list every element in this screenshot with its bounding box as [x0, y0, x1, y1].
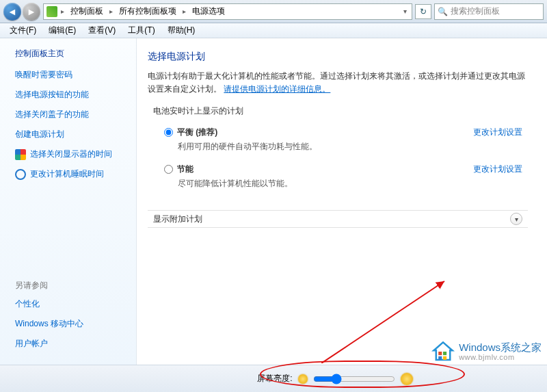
search-input[interactable]: 🔍 搜索控制面板 [434, 3, 544, 20]
see-also-mobility-center[interactable]: Windows 移动中心 [15, 318, 129, 330]
chevron-down-icon[interactable]: ▾ [510, 213, 522, 225]
address-bar: ◄ ► ▸ 控制面板 ▸ 所有控制面板项 ▸ 电源选项 ▾ ↻ 🔍 搜索控制面板 [0, 0, 547, 23]
breadcrumb[interactable]: ▸ 控制面板 ▸ 所有控制面板项 ▸ 电源选项 ▾ [43, 3, 412, 20]
sidebar-link-power-button[interactable]: 选择电源按钮的功能 [15, 89, 129, 101]
sidebar-link-create-plan[interactable]: 创建电源计划 [15, 129, 129, 140]
refresh-icon: ↻ [420, 7, 427, 16]
sidebar-link-wake-password[interactable]: 唤醒时需要密码 [15, 69, 129, 81]
page-description: 电源计划有助于最大化计算机的性能或者节能。通过选择计划来将其激活，或选择计划并通… [148, 70, 528, 96]
radio-balanced[interactable] [164, 128, 173, 137]
sidebar: 控制面板主页 唤醒时需要密码 选择电源按钮的功能 选择关闭盖子的功能 创建电源计… [0, 38, 137, 365]
chevron-down-icon[interactable]: ▾ [401, 8, 409, 15]
search-icon: 🔍 [438, 7, 448, 16]
crumb-all-items[interactable]: 所有控制面板项 [116, 4, 179, 18]
back-button[interactable]: ◄ [3, 3, 21, 21]
power-plan-balanced: 平衡 (推荐) 利用可用的硬件自动平衡功耗与性能。 更改计划设置 [148, 122, 528, 159]
expander-label: 显示附加计划 [153, 213, 202, 225]
change-plan-settings-balanced[interactable]: 更改计划设置 [473, 127, 522, 138]
main-area: 控制面板主页 唤醒时需要密码 选择电源按钮的功能 选择关闭盖子的功能 创建电源计… [0, 38, 547, 365]
menu-tools[interactable]: 工具(T) [122, 23, 160, 38]
sun-bright-icon [401, 373, 413, 385]
sidebar-see-also: 另请参阅 个性化 Windows 移动中心 用户帐户 [15, 280, 129, 358]
show-additional-plans[interactable]: 显示附加计划 ▾ [148, 210, 528, 228]
refresh-button[interactable]: ↻ [415, 4, 431, 19]
clock-icon [15, 169, 26, 180]
see-also-user-accounts[interactable]: 用户帐户 [15, 338, 129, 350]
menu-file[interactable]: 文件(F) [4, 23, 42, 38]
menu-help[interactable]: 帮助(H) [162, 23, 201, 38]
sidebar-link-sleep-time[interactable]: 更改计算机睡眠时间 [15, 168, 129, 180]
nav-buttons: ◄ ► [3, 3, 40, 21]
arrow-left-icon: ◄ [8, 6, 17, 17]
power-plan-saver: 节能 尽可能降低计算机性能以节能。 更改计划设置 [148, 159, 528, 196]
see-also-label: 另请参阅 [15, 280, 129, 291]
menu-view[interactable]: 查看(V) [83, 23, 121, 38]
crumb-power-options[interactable]: 电源选项 [189, 4, 228, 18]
plan-details-link[interactable]: 请提供电源计划的详细信息。 [224, 84, 330, 94]
crumb-control-panel[interactable]: 控制面板 [68, 4, 106, 18]
plan-saver-desc: 尽可能降低计算机性能以节能。 [178, 178, 473, 190]
chevron-right-icon: ▸ [59, 8, 66, 15]
plan-balanced-desc: 利用可用的硬件自动平衡功耗与性能。 [178, 141, 473, 153]
sun-dim-icon [298, 374, 308, 384]
search-placeholder: 搜索控制面板 [451, 5, 500, 17]
sidebar-link-display-off[interactable]: 选择关闭显示器的时间 [15, 148, 129, 160]
sidebar-link-close-lid[interactable]: 选择关闭盖子的功能 [15, 109, 129, 120]
shield-icon [15, 149, 26, 160]
brightness-control: 屏幕亮度: [257, 373, 412, 385]
brightness-slider[interactable] [313, 374, 395, 384]
chevron-right-icon: ▸ [107, 8, 115, 15]
page-title: 选择电源计划 [148, 51, 528, 63]
svg-line-0 [321, 281, 444, 363]
bottom-bar: 屏幕亮度: [0, 365, 547, 392]
plan-saver-label[interactable]: 节能 [177, 164, 194, 175]
sidebar-home[interactable]: 控制面板主页 [15, 48, 129, 60]
plan-group-label: 电池安时计上显示的计划 [148, 105, 528, 117]
arrow-right-icon: ► [27, 6, 36, 17]
menu-bar: 文件(F) 编辑(E) 查看(V) 工具(T) 帮助(H) [0, 23, 547, 38]
plan-balanced-label[interactable]: 平衡 (推荐) [177, 127, 217, 138]
annotation-arrow [321, 274, 458, 363]
see-also-personalization[interactable]: 个性化 [15, 298, 129, 310]
radio-saver[interactable] [164, 165, 173, 174]
chevron-right-icon: ▸ [181, 8, 188, 15]
menu-edit[interactable]: 编辑(E) [43, 23, 81, 38]
change-plan-settings-saver[interactable]: 更改计划设置 [473, 164, 522, 175]
forward-button[interactable]: ► [23, 3, 40, 21]
brightness-label: 屏幕亮度: [257, 373, 292, 384]
control-panel-icon [46, 6, 57, 17]
